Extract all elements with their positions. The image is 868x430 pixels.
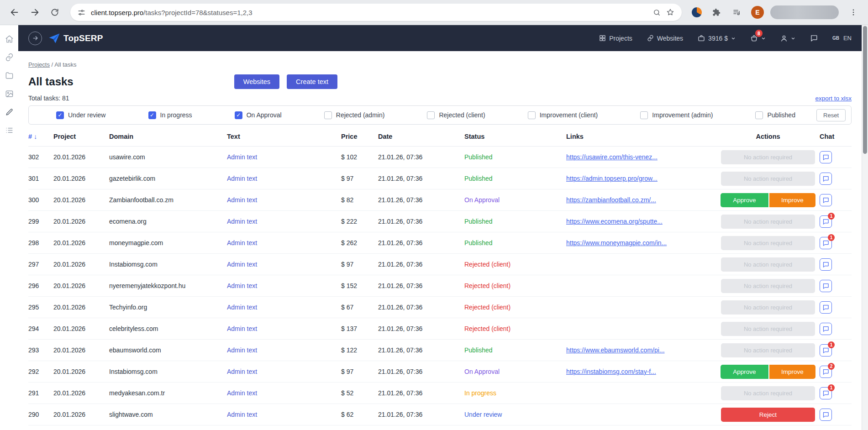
cart-button[interactable]: 8 (750, 34, 766, 42)
reload-button[interactable] (47, 4, 63, 21)
chat-button[interactable]: 1 (820, 215, 832, 228)
sidebar-edit-icon[interactable] (0, 103, 18, 121)
task-date: 21.01.26, 07:36 (378, 411, 464, 418)
chat-button[interactable]: 1 (820, 387, 832, 399)
websites-button[interactable]: Websites (234, 74, 279, 89)
column-header-price: Price (341, 133, 378, 140)
filter-checkbox[interactable] (528, 111, 536, 119)
chat-button[interactable] (820, 258, 832, 271)
admin-text-link[interactable]: Admin text (227, 325, 257, 332)
filter-checkbox[interactable] (148, 111, 156, 119)
task-link[interactable]: https://www.ecomena.org/sputte... (566, 218, 663, 225)
filter-checkbox[interactable] (324, 111, 332, 119)
account-menu[interactable] (780, 35, 795, 42)
admin-text-link[interactable]: Admin text (227, 282, 257, 289)
admin-text-link[interactable]: Admin text (227, 411, 257, 418)
column-header-chat: Chat (820, 133, 852, 140)
nav-websites[interactable]: Websites (647, 35, 683, 42)
forward-button[interactable] (26, 4, 43, 21)
status-filter-option[interactable]: Under review (56, 111, 105, 119)
brand[interactable]: TopSERP (48, 32, 103, 44)
browser-profile-avatar[interactable]: E (751, 6, 764, 19)
admin-text-link[interactable]: Admin text (227, 196, 257, 204)
chat-button[interactable] (820, 194, 832, 206)
search-icon[interactable] (653, 9, 661, 16)
status-filter-option[interactable]: In progress (148, 111, 192, 119)
filter-checkbox[interactable] (755, 111, 763, 119)
approve-button[interactable]: Approve (721, 193, 768, 207)
task-id: 291 (28, 389, 53, 397)
sidebar-home-icon[interactable] (0, 30, 18, 48)
task-link[interactable]: https://www.moneymagpie.com/in... (566, 239, 667, 246)
create-text-button[interactable]: Create text (287, 74, 337, 89)
back-button[interactable] (6, 4, 23, 21)
task-domain: Zambianfootball.co.zm (109, 196, 227, 204)
task-link[interactable]: https://usawire.com/this-venez... (566, 153, 658, 161)
improve-button[interactable]: Improve (769, 193, 815, 207)
filter-checkbox[interactable] (56, 111, 64, 119)
support-chat-button[interactable] (810, 34, 818, 42)
task-link[interactable]: https://instabiomsg.com/stay-f... (566, 368, 656, 375)
admin-text-link[interactable]: Admin text (227, 175, 257, 182)
chat-button[interactable]: 1 (820, 344, 832, 357)
status-filter-option[interactable]: Rejected (client) (427, 111, 485, 119)
admin-text-link[interactable]: Admin text (227, 153, 257, 161)
sidebar-links-icon[interactable] (0, 48, 18, 66)
site-info-icon[interactable] (78, 9, 85, 16)
filter-checkbox[interactable] (640, 111, 648, 119)
scrollbar-thumb[interactable] (863, 26, 867, 154)
language-switcher[interactable]: GB EN (832, 35, 852, 42)
approve-button[interactable]: Approve (721, 365, 768, 379)
task-link[interactable]: https://zambianfootball.co.zm/... (566, 196, 656, 204)
sidebar-projects-icon[interactable] (0, 66, 18, 84)
chat-button[interactable] (820, 301, 832, 314)
bookmark-star-icon[interactable] (666, 8, 674, 16)
balance-dropdown[interactable]: 3916 $ (698, 35, 736, 42)
chat-icon (822, 197, 829, 204)
filter-checkbox[interactable] (427, 111, 435, 119)
chat-button[interactable] (820, 151, 832, 163)
chat-button[interactable] (820, 173, 832, 185)
chat-button[interactable] (820, 323, 832, 335)
task-domain: usawire.com (109, 153, 227, 161)
status-filter-option[interactable]: Published (755, 111, 795, 119)
status-filter-option[interactable]: Rejected (admin) (324, 111, 385, 119)
chat-button[interactable] (820, 280, 832, 292)
admin-text-link[interactable]: Admin text (227, 239, 257, 246)
improve-button[interactable]: Improve (769, 365, 815, 379)
admin-text-link[interactable]: Admin text (227, 218, 257, 225)
status-filter-option[interactable]: Improvement (client) (528, 111, 598, 119)
task-link[interactable]: https://admin.topserp.pro/grow... (566, 175, 658, 182)
admin-text-link[interactable]: Admin text (227, 261, 257, 268)
sidebar-tasks-icon[interactable] (0, 121, 18, 139)
expand-sidebar-button[interactable] (28, 31, 42, 45)
browser-menu-icon[interactable] (845, 4, 862, 21)
column-header-status: Status (464, 133, 566, 140)
nav-projects[interactable]: Projects (599, 35, 632, 42)
status-filter-option[interactable]: Improvement (admin) (640, 111, 713, 119)
reset-button[interactable]: Reset (816, 109, 846, 121)
extensions-puzzle-icon[interactable] (708, 4, 725, 21)
url-text[interactable]: client.topserp.pro/tasks?projectId=78&st… (91, 9, 647, 16)
filter-checkbox[interactable] (235, 111, 242, 119)
address-bar[interactable]: client.topserp.pro/tasks?projectId=78&st… (70, 4, 682, 21)
sidebar-media-icon[interactable] (0, 84, 18, 103)
reject-button[interactable]: Reject (721, 408, 815, 422)
breadcrumb-projects-link[interactable]: Projects (28, 61, 50, 68)
status-filter-option[interactable]: On Approval (235, 111, 282, 119)
admin-text-link[interactable]: Admin text (227, 346, 257, 354)
playlist-icon[interactable] (728, 4, 745, 21)
admin-text-link[interactable]: Admin text (227, 304, 257, 311)
task-link[interactable]: https://www.ebaumsworld.com/pi... (566, 346, 665, 354)
admin-text-link[interactable]: Admin text (227, 368, 257, 375)
status-text: Rejected (client) (464, 261, 510, 268)
admin-text-link[interactable]: Admin text (227, 389, 257, 397)
person-icon (780, 35, 788, 42)
chat-button[interactable] (820, 409, 832, 421)
chat-button[interactable]: 1 (820, 237, 832, 249)
task-id: 302 (28, 153, 53, 161)
column-header-id[interactable]: # ↓ (28, 133, 53, 140)
chat-button[interactable]: 2 (820, 366, 832, 378)
extension-icon[interactable] (692, 7, 702, 17)
export-xlsx-link[interactable]: export to xlsx (815, 95, 852, 102)
